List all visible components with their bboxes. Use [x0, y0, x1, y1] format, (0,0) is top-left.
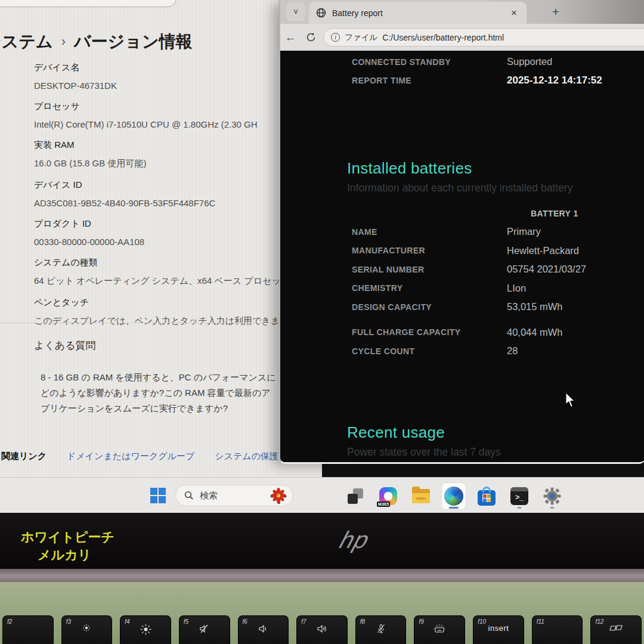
section-subtitle: Information about each currently install…	[347, 182, 572, 194]
section-heading: Installed batteries	[347, 159, 572, 178]
link-system-protection[interactable]: システムの保護	[215, 451, 278, 462]
task-view-icon	[348, 488, 363, 504]
key-f7[interactable]: f7	[296, 615, 348, 644]
search-icon	[184, 491, 194, 500]
keyboard-backlight-icon	[414, 624, 465, 633]
close-icon[interactable]: ×	[509, 7, 519, 19]
report-top-table: CONNECTED STANDBY Supported REPORT TIME …	[352, 52, 639, 89]
spec-system-type: システムの種類 64 ビット オペレーティング システム、x64 ベース プロセ…	[34, 257, 277, 287]
screen-share-icon	[591, 624, 641, 633]
windows-logo-icon	[150, 488, 157, 495]
key-f6[interactable]: f6	[238, 615, 289, 644]
taskbar-icon-row: M365 >_	[343, 482, 564, 510]
key-f5[interactable]: f5	[179, 615, 230, 644]
insert-key-label: insert	[488, 624, 509, 633]
spec-processor: プロセッサ Intel(R) Core(TM) i7-10510U CPU @ …	[34, 101, 277, 129]
key-f2[interactable]: f2	[2, 615, 54, 644]
volume-down-icon	[239, 624, 289, 634]
battery1-column-header: BATTERY 1	[531, 209, 578, 218]
table-row: CYCLE COUNT 28	[352, 342, 639, 361]
m365-copilot-button[interactable]: M365	[376, 483, 400, 509]
battery-table: NAME Primary MANUFACTURER Hewlett-Packar…	[352, 222, 639, 361]
page-title: バージョン情報	[74, 32, 193, 51]
address-url[interactable]: C:/Users/user/battery-report.html	[382, 33, 504, 42]
breadcrumb-system[interactable]: システム	[0, 32, 53, 51]
table-row: MANUFACTURER Hewlett-Packard	[352, 242, 639, 261]
key-f4[interactable]: f4	[120, 615, 171, 644]
mic-mute-icon	[356, 624, 406, 634]
tab-search-button[interactable]: ˅	[286, 2, 305, 21]
tab-battery-report[interactable]: Battery report ×	[309, 2, 527, 24]
section-heading: Recent usage	[347, 423, 501, 442]
browser-toolbar: ← i ファイル C:/Users/user/battery-report.ht…	[280, 24, 644, 51]
key-f11-airplane[interactable]: f11	[532, 615, 583, 644]
breadcrumb: システム›バージョン情報	[0, 30, 193, 53]
key-f3[interactable]: f3	[61, 615, 113, 644]
breadcrumb-separator: ›	[53, 34, 74, 49]
brightness-high-icon	[120, 624, 171, 635]
file-explorer-icon	[412, 489, 430, 503]
settings-window: システム›バージョン情報 デバイス名 DESKTOP-46731DK プロセッサ…	[0, 0, 279, 475]
spec-ram: 実装 RAM 16.0 GB (15.8 GB 使用可能)	[34, 140, 277, 169]
related-links-heading: 関連リンク	[1, 451, 47, 462]
function-key-row: f2 f3 f4 f5 f6 f7 f8 f9 f10 insert f11 f…	[2, 615, 642, 644]
task-view-button[interactable]	[343, 483, 367, 509]
settings-search-box[interactable]	[0, 0, 177, 7]
laptop-keyboard-deck: f2 f3 f4 f5 f6 f7 f8 f9 f10 insert f11 f…	[0, 582, 644, 644]
hp-logo: hp	[315, 519, 395, 561]
gear-icon	[543, 487, 562, 506]
taskbar-search-box[interactable]: 検索	[175, 485, 293, 506]
section-divider	[0, 323, 279, 323]
installed-batteries-section: Installed batteries Information about ea…	[347, 159, 572, 194]
back-button[interactable]: ←	[280, 31, 301, 44]
new-tab-button[interactable]: +	[547, 4, 564, 20]
laptop-hinge	[0, 569, 644, 582]
active-app-indicator	[449, 507, 459, 509]
start-button[interactable]	[150, 488, 166, 503]
device-specs-list: デバイス名 DESKTOP-46731DK プロセッサ Intel(R) Cor…	[34, 62, 277, 337]
mouse-cursor	[564, 392, 577, 408]
key-f8[interactable]: f8	[355, 615, 407, 644]
battery-report-page: CONNECTED STANDBY Supported REPORT TIME …	[280, 51, 644, 464]
microsoft-store-icon	[478, 490, 496, 506]
table-row: CONNECTED STANDBY Supported	[352, 52, 639, 71]
laptop-screen: システム›バージョン情報 デバイス名 DESKTOP-46731DK プロセッサ…	[0, 0, 644, 513]
watermark-line2: メルカリ	[38, 546, 114, 564]
related-links-row: 関連リンク ドメインまたはワークグループ システムの保護	[1, 451, 278, 462]
poinsettia-icon	[270, 487, 287, 504]
laptop-photo: システム›バージョン情報 デバイス名 DESKTOP-46731DK プロセッサ…	[0, 0, 644, 644]
tab-strip: ˅ Battery report × +	[280, 0, 644, 24]
settings-button[interactable]	[540, 483, 564, 509]
table-row: CHEMISTRY LIon	[352, 279, 639, 298]
key-f10-insert[interactable]: f10 insert	[473, 615, 524, 644]
recent-usage-section: Recent usage Power states over the last …	[347, 423, 501, 459]
edge-button[interactable]	[442, 483, 466, 509]
back-arrow-icon: ←	[285, 31, 296, 44]
edge-browser-window: ˅ Battery report × + ←	[279, 0, 644, 464]
table-row: SERIAL NUMBER 05754 2021/03/27	[352, 260, 639, 279]
terminal-icon: >_	[510, 487, 528, 505]
key-f12-share[interactable]: f12	[590, 615, 642, 644]
speaker-mute-icon	[179, 624, 230, 634]
spec-device-name: デバイス名 DESKTOP-46731DK	[34, 62, 277, 91]
faq-question[interactable]: 8 - 16 GB の RAM を使用すると、PC のパフォーマンスにどのような…	[41, 370, 279, 416]
address-scheme-label: ファイル	[345, 32, 377, 43]
volume-up-icon	[297, 624, 347, 634]
table-row: DESIGN CAPACITY 53,015 mWh	[352, 298, 639, 317]
section-subtitle: Power states over the last 7 days	[347, 446, 501, 459]
tab-title: Battery report	[332, 8, 503, 18]
table-row: NAME Primary	[352, 222, 639, 242]
faq-heading: よくある質問	[34, 339, 96, 352]
laptop-bezel: ホワイトピーチ メルカリ hp	[0, 513, 644, 569]
chevron-down-icon: ˅	[293, 7, 298, 17]
terminal-button[interactable]: >_	[507, 483, 531, 509]
file-explorer-button[interactable]	[409, 483, 433, 509]
microsoft-store-button[interactable]	[475, 483, 499, 509]
address-bar[interactable]: i ファイル C:/Users/user/battery-report.html	[323, 28, 644, 47]
search-label: 検索	[200, 490, 264, 501]
brightness-low-icon	[62, 624, 112, 632]
key-f9[interactable]: f9	[414, 615, 465, 644]
refresh-button[interactable]	[301, 32, 321, 42]
link-domain-workgroup[interactable]: ドメインまたはワークグループ	[67, 451, 194, 462]
info-icon[interactable]: i	[331, 33, 340, 42]
